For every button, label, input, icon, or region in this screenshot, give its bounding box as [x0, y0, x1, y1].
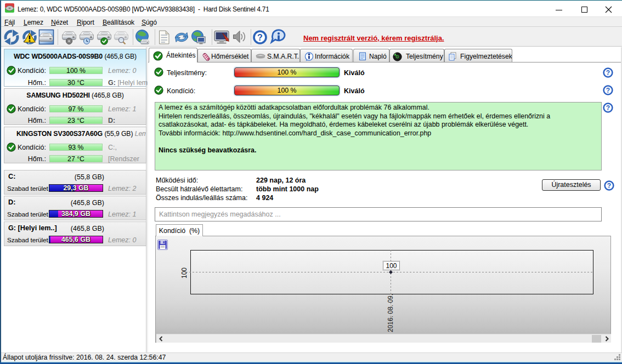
svg-text:?: ?: [257, 33, 263, 42]
svg-text:?: ?: [607, 182, 611, 190]
svg-text:?: ?: [606, 104, 610, 112]
svg-text:?: ?: [606, 69, 610, 77]
svg-text:?: ?: [606, 87, 610, 94]
